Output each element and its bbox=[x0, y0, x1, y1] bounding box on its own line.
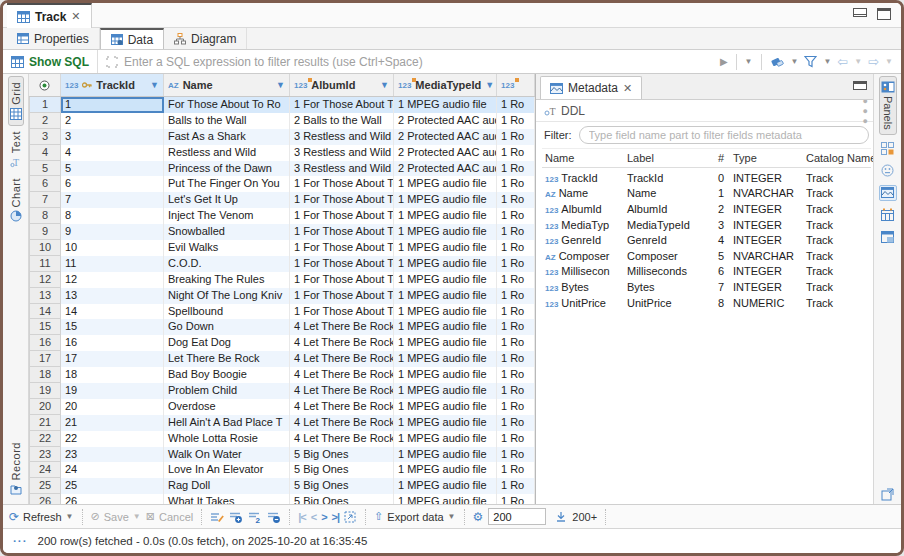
cell-mediatypeid[interactable]: 1 MPEG audio file bbox=[394, 367, 497, 383]
cell-name[interactable]: Dog Eat Dog bbox=[164, 335, 290, 351]
cell-trackid[interactable]: 4 bbox=[61, 145, 164, 161]
cell-genreid[interactable]: 1 Ro bbox=[497, 415, 535, 431]
row-number[interactable]: 26 bbox=[29, 494, 61, 504]
cell-albumid[interactable]: 1 For Those About To bbox=[290, 176, 394, 192]
cell-albumid[interactable]: 4 Let There Be Rock bbox=[290, 431, 394, 447]
metadata-row-trackid[interactable]: 123TrackIdTrackId0INTEGERTrack bbox=[542, 170, 871, 186]
cell-mediatypeid[interactable]: 2 Protected AAC audio bbox=[394, 113, 497, 129]
cell-trackid[interactable]: 16 bbox=[61, 335, 164, 351]
first-row-icon[interactable]: |< bbox=[298, 511, 306, 523]
cell-mediatypeid[interactable]: 1 MPEG audio file bbox=[394, 319, 497, 335]
cell-trackid[interactable]: 19 bbox=[61, 383, 164, 399]
nav-forward-icon[interactable]: ⇨ bbox=[868, 54, 879, 69]
erase-filter-icon[interactable] bbox=[770, 55, 785, 68]
cell-albumid[interactable]: 5 Big Ones bbox=[290, 478, 394, 494]
cell-albumid[interactable]: 4 Let There Be Rock bbox=[290, 415, 394, 431]
cell-trackid[interactable]: 10 bbox=[61, 240, 164, 256]
cell-trackid[interactable]: 12 bbox=[61, 272, 164, 288]
tab-track-close-icon[interactable]: ✕ bbox=[71, 10, 80, 23]
filter-funnel-dropdown-icon[interactable]: ▼ bbox=[823, 57, 831, 66]
metadata-row-bytes[interactable]: 123BytesBytes7INTEGERTrack bbox=[542, 279, 871, 295]
cell-genreid[interactable]: 1 Ro bbox=[497, 399, 535, 415]
cell-genreid[interactable]: 1 Ro bbox=[497, 129, 535, 145]
cell-name[interactable]: What It Takes bbox=[164, 494, 290, 504]
cell-name[interactable]: Breaking The Rules bbox=[164, 272, 290, 288]
cancel-button[interactable]: ⊠ Cancel bbox=[146, 510, 193, 523]
cell-name[interactable]: Bad Boy Boogie bbox=[164, 367, 290, 383]
cell-name[interactable]: Problem Child bbox=[164, 383, 290, 399]
cell-albumid[interactable]: 1 For Those About To bbox=[290, 97, 394, 113]
row-number[interactable]: 3 bbox=[29, 129, 61, 145]
cell-genreid[interactable]: 1 Ro bbox=[497, 161, 535, 177]
cell-albumid[interactable]: 4 Let There Be Rock bbox=[290, 319, 394, 335]
apply-filter-icon[interactable]: ▶ bbox=[720, 56, 728, 67]
tab-data[interactable]: Data bbox=[100, 28, 164, 49]
cell-name[interactable]: Let There Be Rock bbox=[164, 351, 290, 367]
cell-genreid[interactable]: 1 Ro bbox=[497, 176, 535, 192]
cell-genreid[interactable]: 1 Ro bbox=[497, 224, 535, 240]
row-number[interactable]: 15 bbox=[29, 319, 61, 335]
nav-forward-dropdown-icon[interactable]: ▼ bbox=[885, 57, 893, 66]
column-header-genreid[interactable]: 123 bbox=[497, 74, 535, 96]
cell-mediatypeid[interactable]: 2 Protected AAC audio bbox=[394, 145, 497, 161]
view-tab-grid[interactable]: Grid bbox=[8, 76, 24, 126]
cell-mediatypeid[interactable]: 1 MPEG audio file bbox=[394, 462, 497, 478]
row-number[interactable]: 18 bbox=[29, 367, 61, 383]
tab-metadata[interactable]: Metadata ✕ bbox=[540, 76, 642, 99]
last-row-icon[interactable]: >| bbox=[332, 511, 340, 523]
fetch-more-label[interactable]: 200+ bbox=[572, 511, 597, 523]
cell-name[interactable]: Snowballed bbox=[164, 224, 290, 240]
cell-albumid[interactable]: 1 For Those About To bbox=[290, 240, 394, 256]
value-viewer-panel-icon[interactable] bbox=[879, 163, 897, 179]
cell-name[interactable]: Walk On Water bbox=[164, 447, 290, 463]
cell-trackid[interactable]: 14 bbox=[61, 304, 164, 320]
column-filter-dropdown-icon[interactable]: ▼ bbox=[380, 80, 389, 90]
cell-albumid[interactable]: 1 For Those About To bbox=[290, 272, 394, 288]
cell-genreid[interactable]: 1 Ro bbox=[497, 256, 535, 272]
cell-name[interactable]: Inject The Venom bbox=[164, 208, 290, 224]
cell-genreid[interactable]: 1 Ro bbox=[497, 319, 535, 335]
column-filter-dropdown-icon[interactable]: ▼ bbox=[485, 80, 494, 90]
cell-trackid[interactable]: 8 bbox=[61, 208, 164, 224]
cell-mediatypeid[interactable]: 1 MPEG audio file bbox=[394, 447, 497, 463]
delete-row-icon[interactable] bbox=[267, 511, 281, 523]
metadata-row-composer[interactable]: AZComposerComposer5NVARCHARTrack bbox=[542, 248, 871, 264]
row-number[interactable]: 9 bbox=[29, 224, 61, 240]
tab-diagram[interactable]: Diagram bbox=[164, 28, 247, 49]
cell-name[interactable]: Restless and Wild bbox=[164, 145, 290, 161]
cell-trackid[interactable]: 22 bbox=[61, 431, 164, 447]
column-header-mediatypeid[interactable]: 123MediaTypeId▼ bbox=[394, 74, 497, 96]
cell-trackid[interactable]: 18 bbox=[61, 367, 164, 383]
cell-albumid[interactable]: 1 For Those About To bbox=[290, 224, 394, 240]
erase-filter-dropdown-icon[interactable]: ▼ bbox=[791, 57, 799, 66]
filter-funnel-icon[interactable] bbox=[804, 55, 817, 68]
export-data-button[interactable]: ⇧ Export data ▼ bbox=[374, 510, 455, 523]
cell-mediatypeid[interactable]: 1 MPEG audio file bbox=[394, 192, 497, 208]
cell-trackid[interactable]: 25 bbox=[61, 478, 164, 494]
cell-mediatypeid[interactable]: 1 MPEG audio file bbox=[394, 335, 497, 351]
row-number[interactable]: 2 bbox=[29, 113, 61, 129]
view-tab-record[interactable]: Record bbox=[9, 437, 23, 500]
minimize-icon[interactable] bbox=[853, 8, 867, 17]
maximize-icon[interactable] bbox=[877, 8, 891, 20]
cell-mediatypeid[interactable]: 1 MPEG audio file bbox=[394, 208, 497, 224]
metadata-row-name[interactable]: AZNameName1NVARCHARTrack bbox=[542, 186, 871, 202]
metadata-row-milliseconds[interactable]: 123MilliseconMilliseconds6INTEGERTrack bbox=[542, 264, 871, 280]
cell-genreid[interactable]: 1 Ro bbox=[497, 97, 535, 113]
row-number[interactable]: 11 bbox=[29, 256, 61, 272]
add-row-icon[interactable] bbox=[229, 511, 243, 523]
cell-name[interactable]: Night Of The Long Kniv bbox=[164, 288, 290, 304]
fetch-size-input[interactable] bbox=[488, 508, 546, 525]
cell-mediatypeid[interactable]: 1 MPEG audio file bbox=[394, 97, 497, 113]
cell-trackid[interactable]: 23 bbox=[61, 447, 164, 463]
row-number[interactable]: 4 bbox=[29, 145, 61, 161]
row-number[interactable]: 8 bbox=[29, 208, 61, 224]
cell-albumid[interactable]: 4 Let There Be Rock bbox=[290, 367, 394, 383]
cell-trackid[interactable]: 1 bbox=[61, 97, 164, 113]
cell-mediatypeid[interactable]: 2 Protected AAC audio bbox=[394, 129, 497, 145]
cell-genreid[interactable]: 1 Ro bbox=[497, 351, 535, 367]
cell-albumid[interactable]: 1 For Those About To bbox=[290, 288, 394, 304]
row-number[interactable]: 1 bbox=[29, 97, 61, 113]
cell-trackid[interactable]: 24 bbox=[61, 462, 164, 478]
cell-albumid[interactable]: 3 Restless and Wild bbox=[290, 145, 394, 161]
